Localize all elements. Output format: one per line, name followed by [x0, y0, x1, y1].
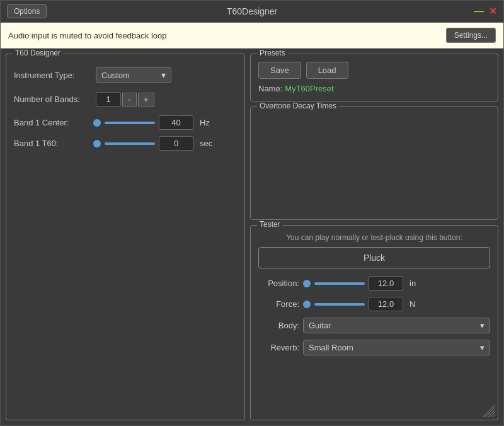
force-slider-dot[interactable]: [303, 301, 311, 308]
right-panel: Presets Save Load Name: MyT60Preset Over…: [250, 54, 498, 420]
hatch-decoration: [483, 405, 495, 417]
t60-designer-label: T60 Designer: [13, 49, 63, 57]
force-slider-track[interactable]: [314, 303, 365, 306]
close-button[interactable]: ✕: [489, 6, 497, 16]
save-button[interactable]: Save: [258, 62, 301, 79]
main-content: T60 Designer Instrument Type: Custom ▾ N…: [1, 49, 503, 425]
svg-line-3: [490, 412, 495, 417]
instrument-type-label: Instrument Type:: [14, 71, 96, 80]
body-label: Body:: [258, 321, 299, 330]
left-panel: T60 Designer Instrument Type: Custom ▾ N…: [6, 54, 245, 420]
overtone-group: Overtone Decay Times: [250, 106, 498, 220]
bands-label: Number of Bands:: [14, 95, 96, 104]
reverb-row: Reverb: Small Room ▾: [258, 340, 490, 355]
presets-group-label: Presets: [257, 49, 288, 57]
band1-center-slider-track[interactable]: [105, 122, 155, 124]
alert-message: Audio input is muted to avoid feedback l…: [8, 31, 167, 40]
svg-line-0: [483, 405, 495, 417]
band1-t60-unit: sec: [200, 139, 212, 148]
alert-bar: Audio input is muted to avoid feedback l…: [1, 23, 503, 49]
band1-center-slider-dot[interactable]: [93, 119, 101, 127]
instrument-type-value: Custom: [101, 71, 130, 80]
title-bar: Options T60Designer — ✕: [1, 1, 503, 23]
band1-t60-value[interactable]: [159, 136, 193, 151]
pluck-button[interactable]: Pluck: [258, 247, 490, 268]
position-slider-track[interactable]: [314, 282, 365, 285]
bands-minus-button[interactable]: -: [122, 93, 137, 106]
tester-group: Tester You can play normally or test-plu…: [250, 225, 498, 420]
position-label: Position:: [258, 279, 299, 288]
settings-button[interactable]: Settings...: [446, 28, 496, 43]
minimize-button[interactable]: —: [474, 6, 484, 16]
reverb-value: Small Room: [309, 343, 353, 352]
preset-name-row: Name: MyT60Preset: [258, 84, 490, 93]
force-value[interactable]: [369, 297, 403, 311]
preset-name-value: MyT60Preset: [285, 84, 333, 93]
main-window: Options T60Designer — ✕ Audio input is m…: [0, 0, 504, 426]
tester-group-label: Tester: [257, 220, 283, 229]
instrument-type-dropdown[interactable]: Custom ▾: [96, 67, 171, 83]
tester-position-row: Position: in: [258, 276, 490, 291]
force-label: Force:: [258, 299, 299, 309]
body-dropdown[interactable]: Guitar ▾: [303, 318, 490, 333]
band1-t60-row: Band 1 T60: sec: [14, 136, 237, 151]
tester-hint: You can play normally or test-pluck usin…: [258, 233, 490, 242]
reverb-label: Reverb:: [258, 343, 299, 352]
force-unit: N: [410, 299, 415, 309]
band1-center-value[interactable]: [159, 115, 193, 130]
window-title: T60Designer: [227, 6, 277, 16]
position-slider-dot[interactable]: [303, 280, 311, 287]
band1-t60-slider-dot[interactable]: [93, 140, 101, 147]
chevron-down-icon: ▾: [161, 70, 166, 80]
svg-line-1: [485, 407, 495, 417]
band1-center-row: Band 1 Center: Hz: [14, 115, 237, 130]
instrument-type-row: Instrument Type: Custom ▾: [14, 67, 237, 83]
body-chevron-icon: ▾: [480, 321, 484, 330]
body-value: Guitar: [309, 321, 331, 330]
options-button[interactable]: Options: [7, 4, 47, 18]
overtone-group-label: Overtone Decay Times: [257, 101, 339, 110]
presets-group: Presets Save Load Name: MyT60Preset: [250, 54, 498, 101]
svg-line-4: [493, 415, 495, 417]
preset-name-label: Name:: [258, 84, 282, 93]
body-row: Body: Guitar ▾: [258, 318, 490, 333]
band1-center-label: Band 1 Center:: [14, 118, 89, 127]
load-button[interactable]: Load: [306, 62, 348, 79]
position-value[interactable]: [369, 276, 403, 291]
t60-designer-group: T60 Designer Instrument Type: Custom ▾ N…: [6, 54, 245, 420]
bands-stepper: - +: [96, 92, 154, 106]
presets-buttons-row: Save Load: [258, 62, 490, 79]
position-unit: in: [410, 279, 416, 288]
bands-input[interactable]: [96, 92, 121, 106]
band1-t60-slider-track[interactable]: [105, 142, 155, 145]
band1-t60-label: Band 1 T60:: [14, 139, 89, 148]
bands-plus-button[interactable]: +: [138, 93, 154, 106]
band1-center-unit: Hz: [200, 118, 210, 127]
reverb-chevron-icon: ▾: [480, 343, 484, 352]
tester-force-row: Force: N: [258, 297, 490, 311]
reverb-dropdown[interactable]: Small Room ▾: [303, 340, 490, 355]
bands-row: Number of Bands: - +: [14, 92, 237, 106]
